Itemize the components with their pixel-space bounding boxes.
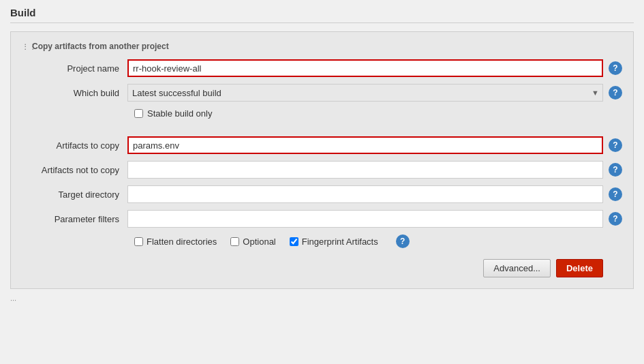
parameter-filters-help-icon[interactable]: ?: [609, 212, 622, 226]
page-title: Build: [10, 7, 634, 23]
artifacts-to-copy-label: Artifacts to copy: [22, 140, 127, 151]
project-name-help-icon[interactable]: ?: [609, 61, 622, 75]
which-build-help-icon[interactable]: ?: [609, 86, 622, 100]
artifacts-to-copy-help-icon[interactable]: ?: [609, 138, 622, 152]
which-build-select-wrapper: Latest successful build Specific build n…: [127, 84, 603, 102]
target-directory-help-icon[interactable]: ?: [609, 187, 622, 201]
which-build-label: Which build: [22, 88, 127, 98]
artifacts-to-copy-row: Artifacts to copy ?: [22, 136, 622, 154]
stable-build-label: Stable build only: [147, 108, 212, 119]
fingerprint-checkbox-group: Fingerprint Artifacts: [290, 237, 378, 247]
target-directory-label: Target directory: [22, 189, 127, 200]
project-name-input[interactable]: [127, 59, 603, 77]
optional-label: Optional: [243, 237, 275, 247]
stable-build-checkbox[interactable]: [134, 109, 143, 118]
checkboxes-help-icon[interactable]: ?: [396, 234, 410, 248]
which-build-select[interactable]: Latest successful build Specific build n…: [127, 84, 603, 102]
target-directory-input[interactable]: [127, 185, 603, 203]
which-build-row: Which build Latest successful build Spec…: [22, 84, 622, 102]
project-name-label: Project name: [22, 63, 127, 74]
parameter-filters-label: Parameter filters: [22, 214, 127, 224]
buttons-row: Advanced... Delete: [22, 259, 622, 277]
fingerprint-artifacts-checkbox[interactable]: [290, 237, 298, 246]
main-panel: Build ⋮⋮ Copy artifacts from another pro…: [0, 0, 644, 364]
flatten-checkbox-group: Flatten directories: [134, 237, 217, 247]
artifacts-not-to-copy-help-icon[interactable]: ?: [609, 163, 622, 177]
copy-artifacts-section: ⋮⋮ Copy artifacts from another project P…: [10, 31, 634, 289]
project-name-row: Project name ?: [22, 59, 622, 77]
parameter-filters-row: Parameter filters ?: [22, 210, 622, 228]
artifacts-not-to-copy-row: Artifacts not to copy ?: [22, 161, 622, 179]
artifacts-to-copy-input[interactable]: [127, 136, 603, 154]
fingerprint-label: Fingerprint Artifacts: [302, 237, 378, 247]
advanced-button[interactable]: Advanced...: [483, 259, 551, 277]
artifacts-not-to-copy-label: Artifacts not to copy: [22, 165, 127, 175]
stable-build-row: Stable build only: [134, 108, 622, 119]
target-directory-row: Target directory ?: [22, 185, 622, 203]
optional-checkbox-group: Optional: [230, 237, 275, 247]
delete-button[interactable]: Delete: [556, 259, 603, 277]
parameter-filters-input[interactable]: [127, 210, 603, 228]
artifacts-not-to-copy-input[interactable]: [127, 161, 603, 179]
drag-handle-icon: ⋮⋮: [22, 43, 29, 50]
flatten-directories-checkbox[interactable]: [134, 237, 143, 246]
bottom-dots: ···: [10, 296, 634, 304]
flatten-label: Flatten directories: [147, 237, 217, 247]
copy-artifacts-title: ⋮⋮ Copy artifacts from another project: [22, 42, 622, 51]
optional-checkbox[interactable]: [230, 237, 239, 246]
